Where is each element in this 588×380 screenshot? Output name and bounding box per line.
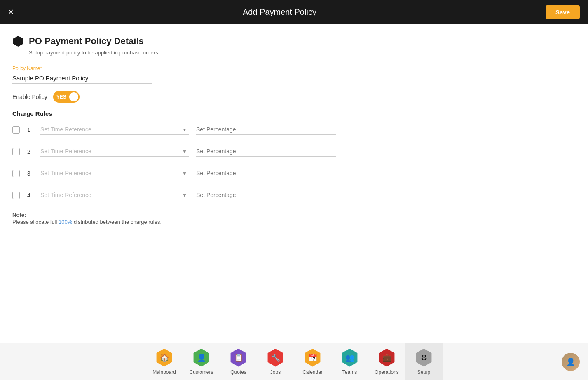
nav-item-jobs[interactable]: 🔧 Jobs bbox=[257, 343, 294, 380]
enable-policy-toggle[interactable]: YES bbox=[53, 91, 80, 103]
main-content: PO Payment Policy Details Setup payment … bbox=[0, 24, 588, 343]
nav-icon-setup: ⚙ bbox=[415, 349, 433, 367]
rule-dropdown-wrapper-1: Set Time Reference Upon Order Upon Deliv… bbox=[40, 124, 189, 135]
nav-item-quotes[interactable]: 📋 Quotes bbox=[220, 343, 257, 380]
charge-rules-container: 1 Set Time Reference Upon Order Upon Del… bbox=[12, 124, 576, 200]
nav-items-container: 🏠 Mainboard 👤 Customers 📋 Quotes 🔧 Jobs … bbox=[0, 343, 588, 380]
section-subtitle: Setup payment policy to be applied in pu… bbox=[29, 49, 576, 56]
close-button[interactable]: × bbox=[8, 7, 14, 16]
rule-dropdown-2[interactable]: Set Time Reference Upon Order Upon Deliv… bbox=[40, 146, 189, 157]
nav-item-customers[interactable]: 👤 Customers bbox=[183, 343, 220, 380]
rule-checkbox-2[interactable] bbox=[12, 148, 20, 155]
nav-icon-glyph-mainboard: 🏠 bbox=[160, 353, 169, 362]
charge-rule-row: 3 Set Time Reference Upon Order Upon Del… bbox=[12, 168, 576, 178]
policy-name-label: Policy Name* bbox=[12, 66, 576, 71]
policy-name-group: Policy Name* bbox=[12, 66, 576, 84]
enable-policy-label: Enable Policy bbox=[12, 94, 47, 100]
policy-name-input[interactable] bbox=[12, 73, 152, 84]
rule-dropdown-1[interactable]: Set Time Reference Upon Order Upon Deliv… bbox=[40, 124, 189, 135]
nav-icon-glyph-calendar: 📅 bbox=[308, 353, 317, 362]
nav-icon-operations: 💼 bbox=[378, 349, 396, 367]
page-title: Add Payment Policy bbox=[14, 7, 546, 17]
nav-item-setup[interactable]: ⚙ Setup bbox=[405, 343, 443, 380]
avatar-image: 👤 bbox=[562, 353, 580, 371]
rule-percentage-input-4[interactable] bbox=[196, 190, 336, 200]
save-button[interactable]: Save bbox=[546, 5, 580, 19]
rule-percentage-wrapper-2 bbox=[196, 146, 336, 157]
rule-checkbox-4[interactable] bbox=[12, 192, 20, 199]
rule-number-1: 1 bbox=[27, 127, 33, 133]
header: × Add Payment Policy Save bbox=[0, 0, 588, 24]
nav-icon-glyph-setup: ⚙ bbox=[421, 353, 427, 362]
charge-rule-row: 4 Set Time Reference Upon Order Upon Del… bbox=[12, 190, 576, 200]
note-text: Please allocate full 100% distributed be… bbox=[12, 219, 576, 225]
nav-item-teams[interactable]: 👥 Teams bbox=[331, 343, 368, 380]
note-text-end: distributed between the charge rules. bbox=[72, 219, 162, 225]
rule-percentage-input-2[interactable] bbox=[196, 146, 336, 157]
note-highlight: 100% bbox=[59, 219, 72, 225]
nav-label-teams: Teams bbox=[342, 369, 357, 375]
nav-icon-glyph-teams: 👥 bbox=[345, 353, 354, 362]
nav-icon-customers: 👤 bbox=[192, 349, 211, 367]
toggle-knob bbox=[69, 92, 78, 101]
svg-marker-0 bbox=[13, 36, 23, 47]
note-label: Note: bbox=[12, 212, 576, 218]
nav-label-calendar: Calendar bbox=[302, 369, 323, 375]
nav-icon-teams: 👥 bbox=[341, 349, 359, 367]
hexagon-icon bbox=[12, 35, 24, 47]
nav-label-jobs: Jobs bbox=[270, 369, 281, 375]
note-text-start: Please allocate full bbox=[12, 219, 59, 225]
enable-policy-row: Enable Policy YES bbox=[12, 91, 576, 103]
rule-percentage-wrapper-1 bbox=[196, 124, 336, 135]
nav-icon-glyph-jobs: 🔧 bbox=[271, 353, 280, 362]
rule-number-2: 2 bbox=[27, 148, 33, 155]
avatar[interactable]: 👤 bbox=[562, 353, 580, 371]
charge-rules-label: Charge Rules bbox=[12, 110, 576, 117]
nav-label-operations: Operations bbox=[375, 369, 399, 375]
nav-icon-glyph-operations: 💼 bbox=[382, 353, 391, 362]
rule-dropdown-wrapper-4: Set Time Reference Upon Order Upon Deliv… bbox=[40, 190, 189, 200]
rule-dropdown-wrapper-3: Set Time Reference Upon Order Upon Deliv… bbox=[40, 168, 189, 178]
charge-rule-row: 1 Set Time Reference Upon Order Upon Del… bbox=[12, 124, 576, 135]
nav-icon-glyph-customers: 👤 bbox=[197, 353, 206, 362]
rule-checkbox-1[interactable] bbox=[12, 126, 20, 134]
nav-label-setup: Setup bbox=[417, 369, 430, 375]
rule-percentage-wrapper-4 bbox=[196, 190, 336, 200]
charge-rule-row: 2 Set Time Reference Upon Order Upon Del… bbox=[12, 146, 576, 157]
rule-percentage-input-1[interactable] bbox=[196, 124, 336, 135]
nav-item-calendar[interactable]: 📅 Calendar bbox=[294, 343, 331, 380]
rule-dropdown-wrapper-2: Set Time Reference Upon Order Upon Deliv… bbox=[40, 146, 189, 157]
nav-icon-jobs: 🔧 bbox=[267, 349, 285, 367]
nav-icon-quotes: 📋 bbox=[230, 349, 248, 367]
section-header: PO Payment Policy Details bbox=[12, 35, 576, 47]
toggle-text: YES bbox=[56, 94, 66, 100]
rule-percentage-wrapper-3 bbox=[196, 168, 336, 178]
rule-percentage-input-3[interactable] bbox=[196, 168, 336, 178]
nav-label-quotes: Quotes bbox=[230, 369, 246, 375]
rule-number-4: 4 bbox=[27, 192, 33, 199]
rule-dropdown-3[interactable]: Set Time Reference Upon Order Upon Deliv… bbox=[40, 168, 189, 178]
nav-icon-mainboard: 🏠 bbox=[155, 349, 173, 367]
rule-checkbox-3[interactable] bbox=[12, 170, 20, 177]
nav-label-customers: Customers bbox=[189, 369, 213, 375]
nav-label-mainboard: Mainboard bbox=[152, 369, 176, 375]
note-section: Note: Please allocate full 100% distribu… bbox=[12, 212, 576, 225]
bottom-nav: 🏠 Mainboard 👤 Customers 📋 Quotes 🔧 Jobs … bbox=[0, 343, 588, 380]
nav-icon-glyph-quotes: 📋 bbox=[234, 353, 243, 362]
nav-icon-calendar: 📅 bbox=[304, 349, 322, 367]
rule-dropdown-4[interactable]: Set Time Reference Upon Order Upon Deliv… bbox=[40, 190, 189, 200]
nav-item-mainboard[interactable]: 🏠 Mainboard bbox=[146, 343, 183, 380]
section-title: PO Payment Policy Details bbox=[29, 36, 144, 47]
nav-item-operations[interactable]: 💼 Operations bbox=[368, 343, 405, 380]
rule-number-3: 3 bbox=[27, 170, 33, 177]
